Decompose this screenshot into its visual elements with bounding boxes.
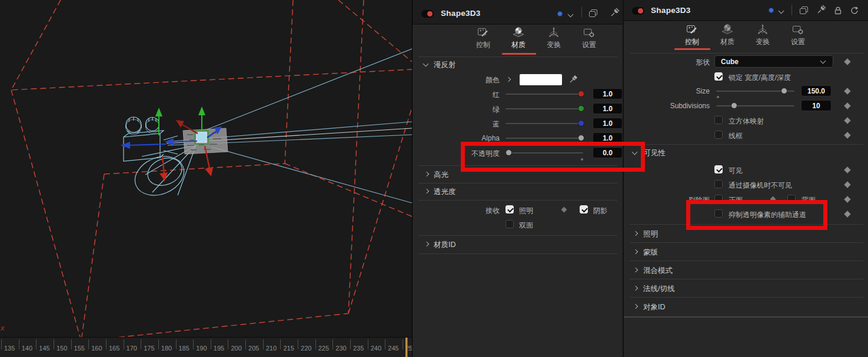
section-object-id[interactable]: 对象ID xyxy=(643,302,666,312)
lighting-chevron-icon[interactable] xyxy=(633,231,638,236)
green-value-field[interactable]: 1.0 xyxy=(593,103,623,114)
tab-transform[interactable]: 变换 xyxy=(537,26,570,50)
cube-mapping-label: 立方体映射 xyxy=(729,116,764,126)
color-expand-chevron-icon[interactable] xyxy=(506,77,511,82)
panel-header: Shape3D3 xyxy=(624,0,868,20)
lock-dimensions-checkbox[interactable] xyxy=(714,72,723,81)
tab-material[interactable]: 材质 xyxy=(502,26,535,50)
tab-control[interactable]: 控制 xyxy=(467,26,500,50)
section-lighting[interactable]: 照明 xyxy=(643,229,658,239)
pin-icon[interactable] xyxy=(610,8,620,17)
alpha-slider[interactable] xyxy=(505,138,583,139)
tab-settings[interactable]: 设置 xyxy=(573,26,606,50)
transmittance-chevron-icon[interactable] xyxy=(424,189,429,193)
node-color-led[interactable] xyxy=(769,8,774,13)
size-slider-handle[interactable] xyxy=(781,88,787,94)
keyframe-diamond[interactable] xyxy=(844,117,850,124)
section-normals-tangents[interactable]: 法线/切线 xyxy=(643,284,674,294)
subdivisions-row: Subdivisions 10 xyxy=(624,100,868,112)
pin-icon[interactable] xyxy=(817,5,826,14)
normals-tangents-chevron-icon[interactable] xyxy=(633,286,638,291)
section-specular[interactable]: 高光 xyxy=(434,170,448,180)
header-separator xyxy=(791,5,792,15)
node-title: Shape3D3 xyxy=(651,6,691,15)
visible-checkbox[interactable] xyxy=(714,165,723,174)
tab-material[interactable]: 材质 xyxy=(711,24,744,47)
receive-row: 接收 照明 阴影 xyxy=(413,204,623,216)
keyframe-diamond[interactable] xyxy=(561,207,567,213)
section-mask[interactable]: 蒙版 xyxy=(643,248,658,258)
alpha-slider-handle[interactable] xyxy=(578,135,584,141)
section-diffuse[interactable]: 漫反射 xyxy=(434,60,456,70)
object-id-chevron-icon[interactable] xyxy=(633,304,638,309)
material-id-chevron-icon[interactable] xyxy=(424,242,429,246)
size-slider[interactable] xyxy=(716,91,794,92)
tab-settings[interactable]: 设置 xyxy=(781,24,814,47)
blue-slider[interactable] xyxy=(505,123,583,124)
3d-scene-wireframe[interactable] xyxy=(0,0,412,337)
tabs-divider xyxy=(418,56,617,57)
keyframe-diamond[interactable] xyxy=(844,132,850,138)
diffuse-color-swatch[interactable] xyxy=(520,74,562,85)
color-picker-eyedropper-icon[interactable] xyxy=(569,74,578,84)
section-end-divider xyxy=(624,316,868,318)
wireframe-checkbox[interactable] xyxy=(714,131,723,139)
lock-icon[interactable] xyxy=(833,6,843,15)
tab-control[interactable]: 控制 xyxy=(676,24,709,47)
keyframe-diamond[interactable] xyxy=(844,88,850,94)
annotation-box-opacity xyxy=(461,142,645,172)
copy-settings-icon[interactable] xyxy=(799,6,809,15)
timeline-ruler[interactable]: 1351401451501551601651701751801851901952… xyxy=(0,337,412,357)
receive-shadows-checkbox[interactable] xyxy=(580,205,588,213)
color-row: 颜色 xyxy=(413,74,623,85)
size-value-field[interactable]: 150.0 xyxy=(801,85,832,96)
tab-transform[interactable]: 变换 xyxy=(746,24,779,47)
red-slider-handle[interactable] xyxy=(578,91,584,97)
node-enable-toggle[interactable] xyxy=(632,7,644,15)
keyframe-diamond[interactable] xyxy=(844,181,850,188)
unseen-by-camera-checkbox[interactable] xyxy=(714,180,723,188)
section-blend-mode[interactable]: 混合模式 xyxy=(643,266,673,276)
receive-lighting-checkbox[interactable] xyxy=(505,205,514,213)
red-slider[interactable] xyxy=(505,94,583,95)
visible-row: 可见 xyxy=(624,164,868,176)
green-slider-handle[interactable] xyxy=(578,105,584,112)
material-tab-icon xyxy=(721,24,733,35)
wireframe-label: 线框 xyxy=(729,131,743,141)
transform-tab-icon xyxy=(757,24,769,35)
node-menu-chevron-icon[interactable] xyxy=(568,12,574,18)
cube-mapping-checkbox[interactable] xyxy=(714,116,723,124)
red-value-field[interactable]: 1.0 xyxy=(593,88,623,99)
3d-viewport[interactable]: x 13514014515015516016517017518018519019… xyxy=(0,0,412,357)
subdivisions-value-field[interactable]: 10 xyxy=(801,100,832,111)
section-collapse-chevron-icon[interactable] xyxy=(423,61,429,67)
section-visibility[interactable]: 可见性 xyxy=(643,148,666,158)
shape-dropdown[interactable]: Cube xyxy=(714,55,833,68)
subdivisions-slider[interactable] xyxy=(716,105,794,106)
mask-chevron-icon[interactable] xyxy=(633,249,638,254)
keyframe-diamond[interactable] xyxy=(844,196,850,202)
blend-mode-chevron-icon[interactable] xyxy=(633,268,638,272)
timeline-playhead[interactable] xyxy=(405,338,408,357)
blue-value-field[interactable]: 1.0 xyxy=(593,118,623,129)
blue-slider-handle[interactable] xyxy=(578,120,584,126)
keyframe-diamond[interactable] xyxy=(844,166,850,173)
section-transmittance[interactable]: 透光度 xyxy=(434,187,456,197)
green-slider[interactable] xyxy=(505,108,583,109)
receive-lighting-label: 照明 xyxy=(519,206,533,216)
keyframe-diamond[interactable] xyxy=(844,211,850,217)
divider xyxy=(630,242,863,243)
node-enable-toggle[interactable] xyxy=(421,10,434,18)
node-menu-chevron-icon[interactable] xyxy=(779,8,784,14)
specular-chevron-icon[interactable] xyxy=(424,172,429,176)
keyframe-diamond[interactable] xyxy=(844,102,850,109)
copy-settings-icon[interactable] xyxy=(588,9,598,18)
unseen-by-camera-label: 通过摄像机时不可见 xyxy=(729,181,792,191)
node-color-led[interactable] xyxy=(557,11,563,16)
two-sided-checkbox[interactable] xyxy=(505,220,514,228)
subdivisions-slider-handle[interactable] xyxy=(731,102,737,109)
keyframe-diamond[interactable] xyxy=(844,58,850,65)
reset-history-icon[interactable] xyxy=(850,6,859,15)
color-label: 颜色 xyxy=(413,75,500,85)
section-material-id[interactable]: 材质ID xyxy=(434,240,456,250)
